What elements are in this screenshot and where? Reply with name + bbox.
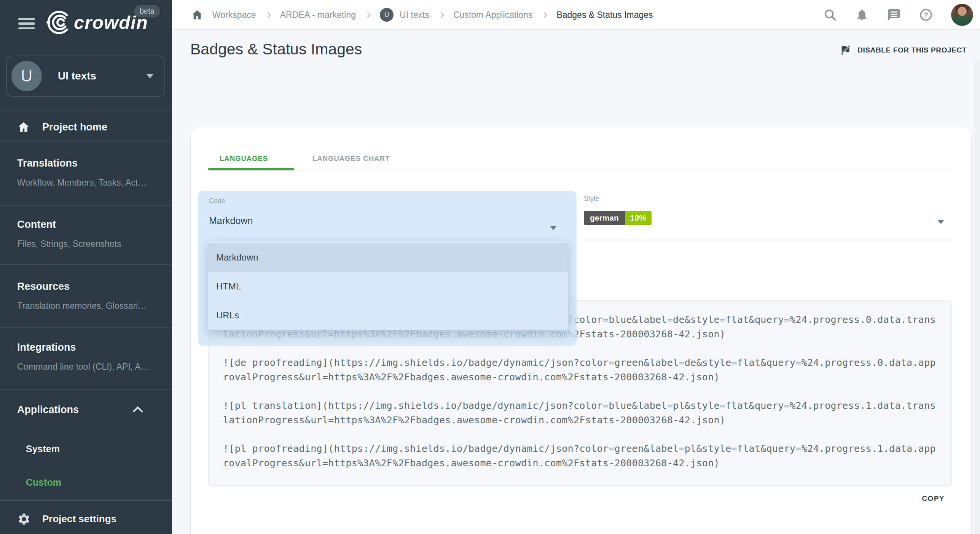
code-line: rovalProgress&url=https%3A%2F%2Fbadges.a… bbox=[223, 370, 937, 385]
user-avatar[interactable] bbox=[951, 4, 973, 26]
sidebar-item-translations[interactable]: Translations Workflow, Members, Tasks, A… bbox=[17, 157, 158, 188]
crowdin-app: crowdin beta U UI texts Project home Tra… bbox=[0, 0, 980, 534]
breadcrumb-project[interactable]: UI texts bbox=[400, 10, 429, 20]
tabs-divider bbox=[208, 170, 954, 170]
main-content: Badges & Status Images DISABLE FOR THIS … bbox=[172, 30, 980, 534]
code-line: ![de proofreading](https://img.shields.i… bbox=[223, 356, 937, 370]
chevron-down-icon bbox=[550, 226, 557, 230]
code-field-value: Markdown bbox=[209, 215, 253, 226]
dropdown-option-markdown[interactable]: Markdown bbox=[208, 243, 568, 272]
search-icon[interactable] bbox=[823, 8, 837, 22]
sidebar-header: crowdin beta bbox=[0, 0, 172, 49]
gear-icon bbox=[17, 512, 31, 526]
code-field-label: Code bbox=[209, 197, 225, 205]
badge-progress-value: 10% bbox=[625, 211, 652, 225]
code-line: rovalProgress&url=https%3A%2F%2Fbadges.a… bbox=[223, 456, 937, 470]
sidebar-item-content[interactable]: Content Files, Strings, Screenshots bbox=[17, 219, 158, 249]
badge-language-label: german bbox=[584, 211, 625, 225]
code-entry: ![pl proofreading](https://img.shields.i… bbox=[223, 442, 937, 470]
style-field-label: Style bbox=[584, 195, 953, 203]
section-title: Translations bbox=[17, 157, 158, 169]
code-entry: ![pl translation](https://img.shields.io… bbox=[223, 399, 937, 428]
style-badge-preview: german 10% bbox=[584, 211, 652, 225]
divider bbox=[0, 205, 172, 206]
badges-card: LANGUAGES LANGUAGES CHART Style german 1… bbox=[190, 127, 972, 534]
section-title: Content bbox=[17, 219, 158, 230]
crowdin-swoosh-icon bbox=[43, 9, 72, 36]
page-title: Badges & Status Images bbox=[190, 40, 362, 58]
tab-languages-chart[interactable]: LANGUAGES CHART bbox=[301, 147, 401, 170]
divider bbox=[0, 327, 172, 328]
home-icon bbox=[17, 121, 30, 134]
section-subtitle: Translation memories, Glossari… bbox=[17, 301, 158, 311]
code-line: lationProgress&url=https%3A%2F%2Fbadges.… bbox=[223, 413, 937, 428]
sidebar-item-label: Project settings bbox=[42, 513, 116, 525]
beta-badge: beta bbox=[134, 5, 160, 17]
sidebar-item-applications[interactable]: Applications bbox=[17, 404, 158, 416]
breadcrumb-project-avatar: U bbox=[380, 8, 394, 22]
sidebar-item-project-home[interactable]: Project home bbox=[0, 113, 172, 141]
sidebar-item-custom[interactable]: Custom bbox=[26, 477, 61, 488]
code-line: ![pl translation](https://img.shields.io… bbox=[223, 399, 937, 413]
dropdown-option-html[interactable]: HTML bbox=[208, 272, 568, 301]
code-line: ![pl proofreading](https://img.shields.i… bbox=[223, 442, 937, 456]
home-icon[interactable] bbox=[191, 9, 203, 21]
code-entry: ![de proofreading](https://img.shields.i… bbox=[223, 356, 937, 385]
style-field[interactable]: Style german 10% bbox=[584, 195, 953, 203]
sidebar-item-integrations[interactable]: Integrations Command line tool (CLI), AP… bbox=[17, 342, 158, 372]
section-subtitle: Workflow, Members, Tasks, Act… bbox=[17, 178, 158, 188]
topbar: Workspace ARDEA - marketing U UI texts C… bbox=[172, 0, 980, 30]
chevron-down-icon bbox=[937, 220, 944, 224]
project-selector[interactable]: U UI texts bbox=[6, 56, 165, 97]
chevron-up-icon bbox=[133, 406, 143, 412]
disable-for-project-button[interactable]: DISABLE FOR THIS PROJECT bbox=[839, 44, 967, 56]
tab-languages[interactable]: LANGUAGES bbox=[208, 147, 279, 170]
chevron-right-icon bbox=[542, 12, 548, 18]
chevron-right-icon bbox=[365, 12, 371, 18]
section-subtitle: Command line tool (CLI), API, A… bbox=[17, 362, 158, 372]
crowdin-logo[interactable]: crowdin bbox=[43, 9, 148, 36]
divider bbox=[0, 500, 172, 501]
chat-icon[interactable] bbox=[887, 8, 901, 22]
project-avatar: U bbox=[11, 61, 42, 91]
svg-text:?: ? bbox=[924, 11, 928, 19]
breadcrumb-workspace[interactable]: Workspace bbox=[212, 10, 256, 20]
bell-icon[interactable] bbox=[855, 8, 869, 22]
divider bbox=[0, 389, 172, 390]
copy-button[interactable]: COPY bbox=[922, 494, 945, 503]
hamburger-menu-icon[interactable] bbox=[18, 18, 35, 29]
sidebar: crowdin beta U UI texts Project home Tra… bbox=[0, 0, 172, 534]
disable-button-label: DISABLE FOR THIS PROJECT bbox=[857, 46, 967, 54]
divider bbox=[0, 264, 172, 265]
help-icon[interactable]: ? bbox=[919, 8, 933, 22]
style-field-underline bbox=[584, 240, 953, 240]
section-subtitle: Files, Strings, Screenshots bbox=[17, 239, 158, 249]
divider bbox=[0, 141, 172, 142]
flag-off-icon bbox=[839, 44, 851, 56]
breadcrumb: Workspace ARDEA - marketing U UI texts C… bbox=[191, 0, 653, 30]
scrollbar-track[interactable] bbox=[974, 60, 980, 534]
dropdown-option-urls[interactable]: URLs bbox=[208, 301, 568, 330]
section-title: Resources bbox=[17, 281, 158, 292]
breadcrumb-custom-applications[interactable]: Custom Applications bbox=[453, 10, 532, 20]
project-name: UI texts bbox=[58, 70, 96, 82]
divider bbox=[0, 110, 172, 110]
section-title: Integrations bbox=[17, 342, 158, 353]
chevron-right-icon bbox=[265, 12, 271, 18]
sidebar-item-resources[interactable]: Resources Translation memories, Glossari… bbox=[17, 281, 158, 311]
topbar-actions: ? bbox=[823, 0, 973, 30]
chevron-right-icon bbox=[438, 12, 445, 18]
breadcrumb-current-page: Badges & Status Images bbox=[556, 10, 653, 20]
sidebar-item-project-settings[interactable]: Project settings bbox=[0, 504, 172, 534]
chevron-down-icon bbox=[146, 74, 154, 78]
sidebar-item-system[interactable]: System bbox=[26, 443, 60, 455]
breadcrumb-organization[interactable]: ARDEA - marketing bbox=[280, 10, 356, 20]
active-tab-indicator bbox=[208, 168, 294, 170]
sidebar-item-label: Project home bbox=[42, 121, 107, 133]
code-dropdown-menu: Markdown HTML URLs bbox=[208, 241, 568, 330]
